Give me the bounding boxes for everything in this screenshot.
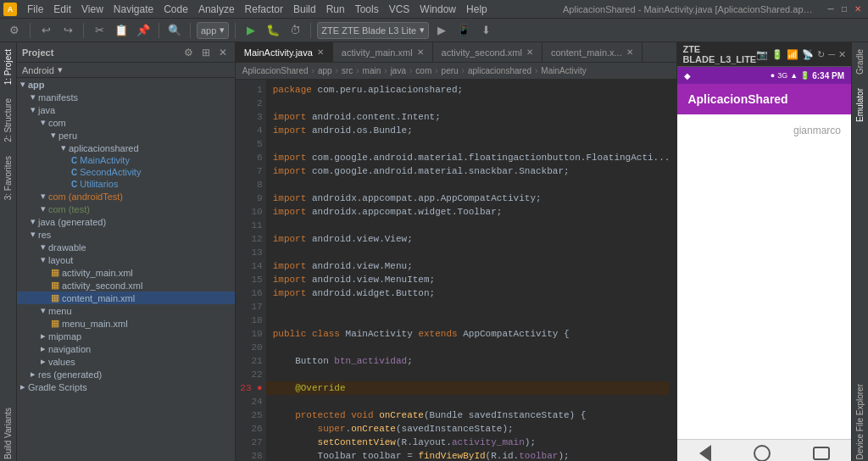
recents-button[interactable]: [813, 447, 830, 460]
list-item[interactable]: ▾aplicacionshared: [17, 142, 235, 154]
tab-content-main-xml[interactable]: content_main.x... ✕: [542, 42, 643, 62]
sidebar-item-gradle[interactable]: Gradle: [852, 42, 868, 81]
home-button[interactable]: [754, 445, 771, 462]
close-icon[interactable]: ✕: [838, 49, 846, 60]
toolbar-debug[interactable]: 🐛: [264, 21, 282, 40]
file-tree: ▾app ▾manifests ▾java ▾com ▾peru ▾aplica…: [17, 78, 235, 461]
signal-strength-icon: ●: [771, 71, 775, 80]
toolbar-search[interactable]: 🔍: [165, 21, 184, 40]
sidebar-item-emulator[interactable]: Emulator: [852, 81, 868, 129]
sidebar-item-project[interactable]: 1: Project: [0, 42, 16, 92]
class-icon: C: [71, 180, 77, 189]
code-content[interactable]: package com.peru.aplicacionshared; impor…: [266, 80, 677, 461]
list-item[interactable]: ▸mipmap: [17, 330, 235, 342]
tab-close-icon[interactable]: ✕: [626, 47, 633, 57]
list-item[interactable]: ▾java (generated): [17, 215, 235, 228]
folder-arrow-icon: ▾: [31, 104, 36, 115]
device-dropdown[interactable]: ZTE ZTE Blade L3 Lite ▾: [317, 22, 429, 39]
menu-edit[interactable]: Edit: [48, 0, 76, 18]
window-controls: ─ □ ✕: [824, 3, 865, 16]
list-item[interactable]: ▸values: [17, 355, 235, 368]
rotate-icon[interactable]: ↻: [817, 49, 825, 60]
tab-mainactivity[interactable]: MainActivity.java ✕: [236, 42, 333, 62]
maximize-button[interactable]: □: [837, 3, 851, 16]
tree-item-label: com (androidTest): [48, 192, 123, 202]
class-icon: C: [71, 168, 77, 177]
toolbar-paste[interactable]: 📌: [134, 21, 153, 40]
list-item[interactable]: ▾menu: [17, 304, 235, 317]
list-item[interactable]: C MainActivity: [17, 154, 235, 166]
sidebar-item-device-file-explorer[interactable]: Device File Explorer: [852, 377, 868, 461]
panel-expand-icon[interactable]: ⊞: [199, 46, 213, 59]
tab-close-icon[interactable]: ✕: [526, 47, 533, 57]
list-item[interactable]: C SecondActivity: [17, 166, 235, 178]
tab-close-icon[interactable]: ✕: [417, 47, 424, 57]
menu-build[interactable]: Build: [288, 0, 321, 18]
toolbar-redo[interactable]: ↪: [58, 21, 77, 40]
menu-view[interactable]: View: [76, 0, 108, 18]
toolbar-undo[interactable]: ↩: [36, 21, 55, 40]
android-dropdown-arrow[interactable]: ▾: [58, 64, 63, 75]
close-button[interactable]: ✕: [851, 3, 865, 16]
toolbar-run-debug[interactable]: ▶: [242, 21, 260, 40]
tab-label: content_main.x...: [551, 47, 622, 58]
device-label: ZTE ZTE Blade L3 Lite: [321, 25, 416, 36]
list-item[interactable]: ▾res: [17, 228, 235, 241]
sidebar-item-favorites[interactable]: 3: Favorites: [0, 149, 16, 207]
menu-help[interactable]: Help: [461, 0, 492, 18]
battery-icon: 🔋: [771, 49, 783, 60]
menu-file[interactable]: File: [22, 0, 48, 18]
breadcrumb-item: peru: [442, 66, 459, 75]
project-panel-title: Project: [22, 47, 53, 58]
list-item[interactable]: ▸res (generated): [17, 368, 235, 380]
list-item[interactable]: ▾com (androidTest): [17, 190, 235, 203]
sidebar-item-build-variants[interactable]: Build Variants: [0, 401, 16, 461]
list-item[interactable]: ▦ content_main.xml: [17, 292, 235, 304]
toolbar-api[interactable]: ▶: [432, 21, 451, 40]
menu-window[interactable]: Window: [415, 0, 461, 18]
panel-gear-icon[interactable]: ⚙: [182, 46, 196, 59]
list-item[interactable]: ▾manifests: [17, 91, 235, 103]
menu-code[interactable]: Code: [159, 0, 193, 18]
list-item[interactable]: ▾java: [17, 103, 235, 116]
tab-close-icon[interactable]: ✕: [317, 47, 324, 57]
list-item[interactable]: ▦ menu_main.xml: [17, 317, 235, 330]
list-item[interactable]: ▾layout: [17, 253, 235, 266]
list-item[interactable]: ▦ activity_main.xml: [17, 266, 235, 279]
list-item[interactable]: ▾com (test): [17, 203, 235, 215]
menu-vcs[interactable]: VCS: [384, 0, 415, 18]
tree-item-label: mipmap: [48, 331, 81, 342]
tab-activity-second-xml[interactable]: activity_second.xml ✕: [433, 42, 542, 62]
list-item[interactable]: ▾drawable: [17, 241, 235, 253]
menu-run[interactable]: Run: [321, 0, 350, 18]
toolbar-cut[interactable]: ✂: [90, 21, 108, 40]
toolbar-separator-1: [30, 23, 31, 38]
android-nav-bar: [677, 439, 851, 461]
minimize-icon[interactable]: ─: [828, 49, 835, 59]
list-item[interactable]: ▸navigation: [17, 342, 235, 355]
minimize-button[interactable]: ─: [824, 3, 837, 16]
menu-tools[interactable]: Tools: [350, 0, 384, 18]
menu-analyze[interactable]: Analyze: [193, 0, 240, 18]
list-item[interactable]: ▸Gradle Scripts: [17, 380, 235, 393]
toolbar-avd[interactable]: 📱: [454, 21, 473, 40]
toolbar-copy[interactable]: 📋: [112, 21, 131, 40]
toolbar-profile[interactable]: ⏱: [286, 21, 304, 40]
menu-navigate[interactable]: Navigate: [108, 0, 159, 18]
tree-item-label: values: [48, 357, 75, 367]
code-editor[interactable]: 12345 678910 1112131415 1617181920 2122 …: [236, 80, 677, 461]
list-item[interactable]: ▾peru: [17, 129, 235, 142]
toolbar-sdk[interactable]: ⬇: [476, 21, 495, 40]
toolbar-settings[interactable]: ⚙: [5, 21, 24, 40]
list-item[interactable]: ▾app: [17, 78, 235, 91]
back-button[interactable]: [699, 445, 711, 462]
panel-close-icon[interactable]: ✕: [216, 46, 230, 59]
sidebar-item-structure[interactable]: 2: Structure: [0, 92, 16, 149]
app-module-dropdown[interactable]: app ▾: [197, 22, 229, 39]
list-item[interactable]: ▦ activity_second.xml: [17, 279, 235, 292]
list-item[interactable]: ▾com: [17, 116, 235, 129]
android-action-bar: AplicacionShared: [677, 84, 851, 114]
tab-activity-main-xml[interactable]: activity_main.xml ✕: [333, 42, 433, 62]
list-item[interactable]: C Utilitarios: [17, 178, 235, 190]
menu-refactor[interactable]: Refactor: [240, 0, 288, 18]
